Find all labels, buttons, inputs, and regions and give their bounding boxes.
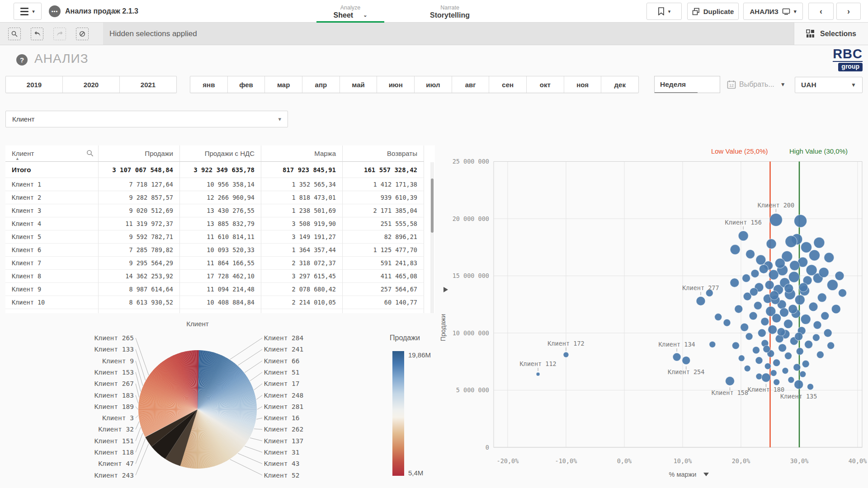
scatter-bubble-Клиент 180[interactable]: [762, 373, 771, 382]
pie-slice-label[interactable]: Клиент 183: [94, 392, 134, 399]
x-axis-title[interactable]: % маржи: [669, 471, 697, 478]
scatter-bubble[interactable]: [756, 373, 762, 380]
client-name-cell[interactable]: Клиент 6: [5, 244, 99, 257]
table-header-measure[interactable]: Продажи с НДС: [180, 145, 261, 162]
month-filter-button[interactable]: июл: [415, 76, 452, 93]
scatter-bubble[interactable]: [741, 323, 749, 331]
x-axis-dropdown-icon[interactable]: [703, 473, 709, 476]
scatter-bubble[interactable]: [753, 347, 760, 354]
scatter-bubble[interactable]: [770, 291, 779, 300]
scatter-bubble[interactable]: [754, 301, 762, 310]
scatter-bubble[interactable]: [816, 351, 824, 358]
scatter-bubble[interactable]: [784, 284, 793, 293]
scatter-bubble[interactable]: [746, 249, 755, 258]
scatter-bubble[interactable]: [805, 340, 813, 348]
client-dimension-select[interactable]: Клиент ▾: [5, 111, 288, 127]
table-header-client[interactable]: Клиент▲: [5, 145, 99, 162]
scatter-bubble[interactable]: [835, 272, 844, 281]
pie-slice-label[interactable]: Клиент 16: [264, 414, 300, 422]
scatter-bubble[interactable]: [814, 237, 825, 248]
pie-slice-label[interactable]: Клиент 189: [94, 403, 134, 410]
pie-slice-label[interactable]: Клиент 241: [264, 346, 303, 353]
scatter-bubble[interactable]: [709, 341, 716, 347]
table-scrollbar[interactable]: [430, 162, 434, 313]
scatter-bubble[interactable]: [790, 261, 800, 271]
scatter-bubble[interactable]: [785, 352, 792, 360]
scatter-bubble[interactable]: [778, 344, 787, 352]
scatter-bubble[interactable]: [799, 283, 808, 292]
axis-expand-arrow-icon[interactable]: [443, 287, 448, 292]
pie-slice-label[interactable]: Клиент 265: [94, 334, 134, 342]
scatter-bubble[interactable]: [765, 281, 774, 290]
client-name-cell[interactable]: Клиент 3: [5, 204, 99, 217]
scatter-bubble-Клиент 172[interactable]: [563, 352, 569, 357]
pie-slice-label[interactable]: Клиент 262: [264, 426, 303, 433]
month-filter-button[interactable]: окт: [527, 76, 564, 93]
pie-slice-label[interactable]: Клиент 153: [94, 369, 134, 376]
scatter-bubble[interactable]: [775, 258, 785, 268]
scatter-bubble[interactable]: [819, 267, 829, 277]
client-name-cell[interactable]: Клиент 2: [5, 191, 99, 204]
client-name-cell[interactable]: Клиент 11: [5, 309, 99, 313]
scatter-bubble-Клиент 277[interactable]: [696, 296, 705, 305]
scatter-bubble[interactable]: [827, 342, 835, 349]
tab-narrate-storytelling[interactable]: Narrate Storytelling: [416, 0, 484, 23]
column-search-icon[interactable]: [86, 150, 94, 157]
table-header-measure[interactable]: Возвраты: [343, 145, 424, 162]
scatter-bubble[interactable]: [738, 355, 745, 361]
next-sheet-button[interactable]: ›: [836, 3, 861, 20]
client-name-cell[interactable]: Клиент 9: [5, 283, 99, 296]
scatter-bubble[interactable]: [785, 236, 797, 248]
scatter-bubble-Клиент 156[interactable]: [738, 231, 748, 241]
week-filter-field[interactable]: Неделя: [654, 76, 720, 93]
scatter-bubble[interactable]: [749, 312, 757, 320]
pie-slice-label[interactable]: Клиент 66: [264, 357, 300, 365]
client-name-cell[interactable]: Клиент 10: [5, 296, 99, 309]
scatter-bubble[interactable]: [812, 334, 820, 341]
scatter-bubble[interactable]: [807, 384, 814, 390]
month-filter-button[interactable]: июн: [377, 76, 415, 93]
scatter-bubble[interactable]: [745, 333, 753, 340]
pie-slice-label[interactable]: Клиент 133: [94, 346, 134, 353]
scatter-bubble[interactable]: [768, 325, 777, 334]
scatter-bubble[interactable]: [764, 363, 771, 369]
scatter-bubble[interactable]: [761, 318, 769, 326]
client-name-cell[interactable]: Клиент 8: [5, 270, 99, 283]
tab-analyze-sheet[interactable]: Analyze Sheet ⌄: [316, 0, 384, 23]
scatter-bubble[interactable]: [801, 242, 812, 253]
pie-slice-label[interactable]: Клиент 17: [264, 380, 300, 387]
scatter-bubble[interactable]: [755, 357, 763, 364]
scatter-bubble-Клиент 135[interactable]: [794, 380, 803, 389]
scatter-bubble[interactable]: [795, 333, 803, 341]
scatter-bubble-Клиент 158[interactable]: [726, 376, 735, 385]
year-filter-button[interactable]: 2020: [63, 76, 120, 93]
global-menu-button[interactable]: ▾: [14, 3, 42, 20]
pie-slice-label[interactable]: Клиент 3: [102, 414, 134, 422]
scatter-bubble[interactable]: [769, 270, 778, 280]
pie-slice-label[interactable]: Клиент 243: [94, 472, 134, 479]
scatter-bubble[interactable]: [750, 288, 758, 296]
pie-slice-label[interactable]: Клиент 284: [264, 334, 304, 342]
selections-button[interactable]: Selections: [794, 23, 868, 45]
scatter-bubble[interactable]: [758, 329, 766, 337]
selections-forward-button[interactable]: [53, 28, 66, 40]
scatter-bubble[interactable]: [744, 365, 750, 371]
month-filter-button[interactable]: янв: [190, 76, 228, 93]
scatter-bubble[interactable]: [831, 305, 840, 314]
scatter-bubble[interactable]: [780, 308, 789, 317]
scatter-bubble[interactable]: [730, 278, 739, 287]
scatter-bubble-Клиент 134[interactable]: [673, 353, 681, 361]
y-axis-title[interactable]: Продажи: [439, 314, 447, 342]
pie-slice-label[interactable]: Клиент 9: [102, 357, 134, 365]
scatter-bubble[interactable]: [782, 368, 788, 374]
pie-slice-label[interactable]: Клиент 47: [98, 460, 134, 467]
scatter-bubble[interactable]: [821, 312, 829, 320]
pie-slice-label[interactable]: Клиент 248: [264, 392, 303, 399]
selections-back-button[interactable]: [31, 28, 43, 40]
scatter-bubble[interactable]: [809, 302, 818, 311]
scatter-bubble[interactable]: [793, 364, 801, 371]
scatter-bubble[interactable]: [759, 264, 768, 273]
pie-slice-label[interactable]: Клиент 151: [94, 437, 134, 445]
scatter-bubble[interactable]: [766, 239, 776, 249]
month-filter-button[interactable]: апр: [302, 76, 340, 93]
